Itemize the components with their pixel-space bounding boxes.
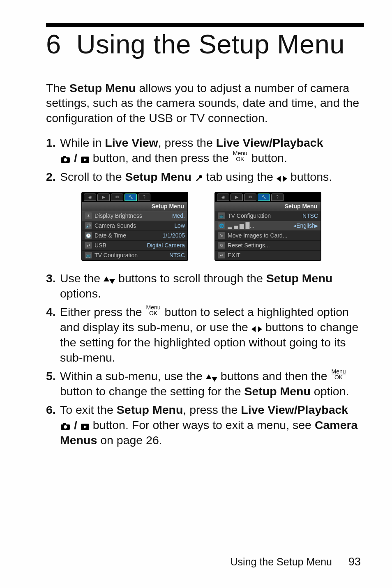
tab-help-icon: ?	[271, 194, 284, 201]
bold: Setup Menu	[117, 403, 183, 416]
tab-icon: ✉	[244, 194, 256, 201]
text: on page 26.	[97, 434, 162, 447]
row-label: Date & Time	[95, 232, 163, 239]
row-icon: 🔊	[85, 222, 92, 229]
row-icon: ↻	[218, 242, 225, 249]
row-label: Camera Sounds	[95, 222, 174, 229]
chapter-title: Using the Setup Menu	[76, 29, 345, 59]
text: buttons to scroll through the	[118, 272, 266, 285]
row-icon: 📺	[218, 212, 225, 219]
text: Use the	[60, 272, 104, 285]
steps-list: While in Live View, press the Live View/…	[46, 135, 364, 448]
menu-label: Menu	[233, 150, 247, 156]
menu-row: 🔊Camera SoundsLow	[82, 221, 187, 231]
tab-icon: ▶	[97, 194, 110, 201]
svg-marker-5	[277, 176, 281, 182]
play-icon	[81, 156, 90, 164]
row-icon: 🌐	[218, 222, 225, 229]
text: option.	[311, 385, 349, 398]
row-label: TV Configuration	[95, 251, 169, 259]
row-icon: ⇄	[85, 242, 92, 249]
play-icon	[81, 423, 90, 431]
svg-rect-14	[63, 423, 66, 425]
intro-bold: Setup Menu	[69, 81, 136, 95]
menu-row: ⇲Move Images to Card...	[215, 231, 321, 240]
menu-row: ⇄USBDigital Camera	[82, 240, 187, 250]
tab-icon: ✉	[111, 194, 123, 201]
ok-label: OK	[236, 156, 244, 162]
row-icon: ↩	[218, 252, 225, 258]
footer-text: Using the Setup Menu	[231, 556, 332, 568]
menu-tabs: ◉ ▶ ✉ 🔧 ?	[82, 193, 187, 202]
menu-row: 🕒Date & Time1/1/2005	[82, 231, 187, 240]
row-icon: ☀	[85, 212, 92, 219]
row-label: EXIT	[228, 251, 318, 259]
chapter-number: 6	[46, 29, 61, 59]
text: button.	[251, 151, 287, 164]
step-3: Use the buttons to scroll through the Se…	[46, 271, 364, 301]
svg-point-2	[64, 158, 67, 161]
svg-marker-12	[212, 377, 217, 382]
page-footer: Using the Setup Menu 93	[231, 556, 361, 568]
camera-icon	[60, 422, 71, 431]
row-value: Digital Camera	[147, 242, 185, 249]
svg-rect-1	[63, 156, 66, 158]
row-value: ◂English▸	[293, 222, 318, 229]
menu-label: Menu	[332, 369, 346, 374]
menu-label: Menu	[146, 304, 161, 310]
step-5: Within a sub-menu, use the buttons and t…	[46, 369, 364, 399]
intro-paragraph: The Setup Menu allows you to adjust a nu…	[46, 81, 364, 125]
menu-title: Setup Menu	[82, 202, 187, 211]
ok-label: OK	[334, 374, 343, 380]
menu-row: ↻Reset Settings...	[215, 240, 321, 250]
camera-icon	[60, 155, 71, 164]
row-value: Med.	[172, 212, 185, 219]
tab-help-icon: ?	[138, 194, 150, 201]
intro-text: The	[46, 81, 69, 95]
step-6: To exit the Setup Menu, press the Live V…	[46, 402, 364, 448]
tab-setup-icon: 🔧	[258, 194, 270, 201]
wrench-icon	[195, 174, 203, 182]
step-2: Scroll to the Setup Menu tab using the b…	[46, 169, 364, 261]
menu-row: ↩EXIT	[215, 250, 321, 260]
menu-ok-icon: MenuOK	[146, 304, 161, 316]
camera-menu-screenshot-2: ◉ ▶ ✉ 🔧 ? Setup Menu 📺TV ConfigurationNT…	[214, 192, 321, 261]
tab-icon: ◉	[217, 194, 229, 201]
slash: /	[74, 151, 81, 164]
row-label: Display Brightness	[95, 212, 172, 219]
left-right-arrows-icon	[277, 175, 287, 182]
bold: Setup Menu	[244, 385, 311, 398]
text: button, and then press the	[93, 151, 232, 164]
row-value: 1/1/2005	[163, 232, 185, 239]
row-label: USB	[95, 242, 147, 249]
row-value: NTSC	[302, 212, 318, 219]
menu-ok-icon: MenuOK	[233, 150, 247, 162]
tab-icon: ▶	[231, 194, 243, 201]
row-icon: 📺	[85, 252, 92, 258]
text: button to change the setting for the	[60, 385, 244, 398]
chapter-heading: 6 Using the Setup Menu	[46, 31, 364, 58]
up-down-arrows-icon	[206, 374, 217, 382]
row-value: Low	[174, 222, 185, 229]
svg-marker-6	[283, 176, 287, 182]
text: Either press the	[60, 305, 145, 318]
step-1: While in Live View, press the Live View/…	[46, 135, 364, 166]
bold: Setup Menu	[266, 272, 333, 285]
left-right-arrows-icon	[251, 325, 262, 333]
menu-ok-icon: MenuOK	[332, 369, 346, 380]
ok-label: OK	[149, 310, 157, 316]
text: button. For other ways to exit a menu, s…	[93, 418, 315, 431]
camera-menu-screenshot-1: ◉ ▶ ✉ 🔧 ? Setup Menu ☀Display Brightness…	[81, 192, 188, 261]
row-label: Reset Settings...	[228, 242, 318, 249]
text: Within a sub-menu, use the	[60, 369, 206, 383]
svg-marker-7	[104, 277, 109, 281]
row-label: ▂ ▄ ▆ █...	[228, 222, 293, 229]
row-icon: ⇲	[218, 232, 225, 239]
text: To exit the	[60, 403, 117, 416]
tab-setup-icon: 🔧	[125, 194, 137, 201]
step-4: Either press the MenuOK button to select…	[46, 304, 364, 365]
menu-tabs: ◉ ▶ ✉ 🔧 ?	[215, 193, 321, 202]
bold: Live View	[105, 136, 158, 149]
svg-marker-10	[258, 326, 262, 332]
bold: Live View/Playback	[241, 403, 348, 416]
